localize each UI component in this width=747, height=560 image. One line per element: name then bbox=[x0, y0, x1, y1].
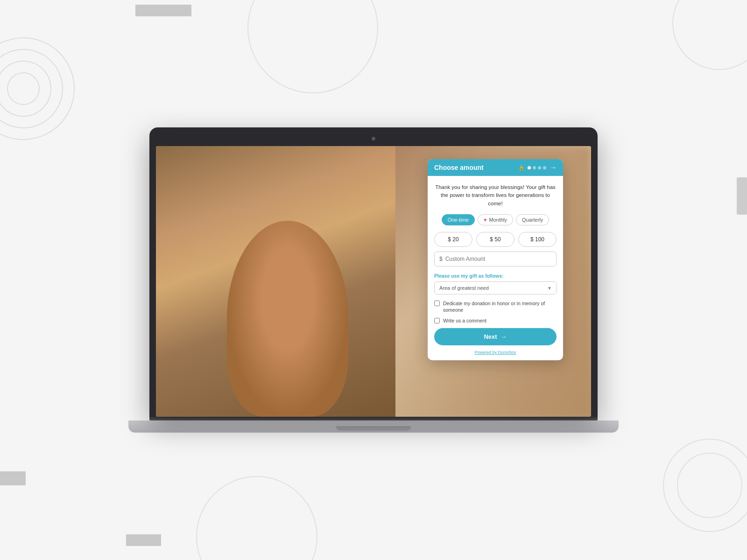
dedicate-checkbox[interactable] bbox=[434, 301, 440, 306]
laptop-screen: Choose amount 🔒 → Thank you f bbox=[156, 146, 591, 417]
next-arrow-icon: → bbox=[501, 333, 507, 340]
gift-dropdown-wrapper: Area of greatest need Education Healthca… bbox=[434, 281, 557, 294]
donation-modal: Choose amount 🔒 → Thank you f bbox=[428, 159, 563, 360]
laptop-screen-outer: Choose amount 🔒 → Thank you f bbox=[149, 127, 598, 417]
child-photo bbox=[156, 146, 395, 417]
laptop-base bbox=[128, 420, 619, 433]
camera-bar bbox=[156, 134, 591, 143]
next-button[interactable]: Next → bbox=[434, 328, 557, 345]
comment-checkbox[interactable] bbox=[434, 318, 440, 323]
lock-icon: 🔒 bbox=[518, 165, 525, 171]
gift-dropdown[interactable]: Area of greatest need Education Healthca… bbox=[434, 281, 557, 294]
amount-20[interactable]: $ 20 bbox=[434, 232, 472, 247]
laptop-hinge bbox=[149, 417, 598, 420]
child-face bbox=[227, 221, 348, 417]
tab-one-time[interactable]: One-time bbox=[442, 214, 475, 225]
step-dot-2 bbox=[533, 166, 536, 169]
frequency-tabs: One-time ♥ Monthly Quarterly bbox=[434, 214, 557, 225]
custom-amount-wrapper: $ bbox=[434, 252, 557, 266]
amount-50[interactable]: $ 50 bbox=[476, 232, 514, 247]
step-dot-3 bbox=[538, 166, 541, 169]
modal-header-right: 🔒 → bbox=[518, 164, 557, 171]
gift-label: Please use my gift as follows: bbox=[434, 273, 557, 279]
comment-checkbox-row: Write us a comment bbox=[434, 317, 557, 324]
modal-body: Thank you for sharing your blessings! Yo… bbox=[428, 176, 563, 360]
laptop-container: Choose amount 🔒 → Thank you f bbox=[140, 127, 607, 433]
amount-100[interactable]: $ 100 bbox=[518, 232, 557, 247]
custom-amount-input[interactable] bbox=[445, 256, 551, 262]
tab-monthly[interactable]: ♥ Monthly bbox=[478, 214, 513, 225]
dedicate-checkbox-row: Dedicate my donation in honor or in memo… bbox=[434, 300, 557, 314]
dedicate-label: Dedicate my donation in honor or in memo… bbox=[443, 300, 557, 314]
powered-by[interactable]: Powered by Donorbox bbox=[434, 350, 557, 355]
modal-tagline: Thank you for sharing your blessings! Yo… bbox=[434, 183, 557, 208]
next-button-label: Next bbox=[484, 333, 497, 340]
amount-buttons: $ 20 $ 50 $ 100 bbox=[434, 232, 557, 247]
modal-title: Choose amount bbox=[434, 164, 484, 171]
header-arrow-icon: → bbox=[550, 164, 557, 171]
dollar-sign: $ bbox=[439, 256, 443, 262]
modal-header: Choose amount 🔒 → bbox=[428, 159, 563, 176]
laptop-notch bbox=[336, 426, 411, 431]
comment-label: Write us a comment bbox=[443, 317, 486, 324]
step-dot-4 bbox=[543, 166, 546, 169]
step-dot-1 bbox=[528, 166, 531, 169]
camera-dot bbox=[372, 137, 375, 140]
step-dots bbox=[528, 166, 546, 169]
tab-quarterly[interactable]: Quarterly bbox=[516, 214, 549, 225]
